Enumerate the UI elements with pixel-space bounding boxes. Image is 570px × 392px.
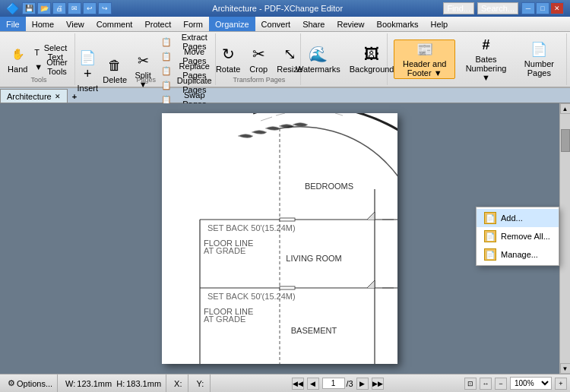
options-label[interactable]: Options... — [17, 379, 52, 388]
window-title: Architecture - PDF-XChange Editor — [112, 4, 443, 13]
svg-text:LIVING ROOM: LIVING ROOM — [286, 254, 341, 263]
menu-protect[interactable]: Protect — [138, 17, 177, 31]
print-button[interactable]: 🖨 — [52, 2, 66, 14]
menu-bookmarks[interactable]: Bookmarks — [371, 17, 425, 31]
crop-icon: ✂ — [252, 45, 265, 63]
doc-tab-architecture[interactable]: Architecture ✕ — [0, 89, 68, 103]
zoom-fit-button[interactable]: ⊡ — [464, 378, 477, 390]
menu-convert[interactable]: Convert — [255, 17, 297, 31]
main-area: BEDROOMS LIVING ROOM BASEMENT FLOOR LINE… — [0, 103, 570, 374]
svg-text:BASEMENT: BASEMENT — [291, 326, 337, 335]
titlebar-right: Find... Search... ─ □ ✕ — [443, 2, 564, 14]
hf-buttons: 📰 Header and Footer ▼ # Bates Numbering … — [394, 35, 562, 84]
next-page-button[interactable]: ▶ — [356, 378, 369, 390]
menu-comment[interactable]: Comment — [90, 17, 139, 31]
ribbon: ✋ Hand T Select Text ▼ Other Tools Tools — [0, 32, 570, 88]
menu-form[interactable]: Form — [177, 17, 209, 31]
menu-organize[interactable]: Organize — [209, 17, 255, 31]
hand-tool-button[interactable]: ✋ Hand — [5, 40, 30, 79]
last-page-button[interactable]: ▶▶ — [372, 378, 384, 390]
crop-label: Crop — [249, 65, 268, 74]
header-footer-dropdown: 📄 Add... 📄 Remove All... 📄 Manage... — [476, 207, 559, 266]
page-of-label: /3 — [347, 379, 353, 388]
ribbon-group-watermarks: 🌊 Watermarks 🖼 Background — [302, 33, 388, 85]
rotate-icon: ↻ — [222, 45, 235, 63]
menu-share[interactable]: Share — [296, 17, 331, 31]
first-page-button[interactable]: ◀◀ — [292, 378, 304, 390]
minimize-button[interactable]: ─ — [521, 2, 535, 14]
quick-access-toolbar: 💾 📂 🖨 ✉ ↩ ↪ — [22, 2, 112, 14]
width-label: W: — [65, 379, 75, 388]
view-controls: ⊡ ↔ − 100% 75% 50% 125% 150% + — [464, 377, 567, 390]
remove-all-icon: 📄 — [484, 230, 496, 242]
svg-text:AT GRADE: AT GRADE — [204, 315, 245, 324]
email-button[interactable]: ✉ — [68, 2, 81, 14]
replace-icon: 📋 — [161, 66, 172, 76]
find-bar[interactable]: Find... — [443, 2, 474, 14]
options-item: ⚙ Options... — [3, 375, 58, 392]
ribbon-group-transform: ↻ Rotate ✂ Crop ⤡ Resize Transform Pages — [217, 33, 301, 85]
watermarks-icon: 🌊 — [309, 45, 328, 63]
maximize-button[interactable]: □ — [536, 2, 549, 14]
doc-tab-label: Architecture — [7, 92, 52, 101]
bates-numbering-button[interactable]: # Bates Numbering ▼ — [457, 40, 515, 79]
split-button[interactable]: ✂ Split ▼ — [129, 51, 157, 90]
delete-button[interactable]: 🗑 Delete — [102, 51, 128, 90]
watermarks-button[interactable]: 🌊 Watermarks — [292, 40, 344, 79]
page-input[interactable] — [322, 378, 345, 389]
zoom-in-button[interactable]: + — [555, 378, 567, 390]
dropdown-remove-all-item[interactable]: 📄 Remove All... — [477, 227, 559, 245]
menu-help[interactable]: Help — [425, 17, 454, 31]
bates-label: Bates Numbering ▼ — [461, 55, 511, 82]
height-value: 183.1mm — [126, 379, 161, 388]
zoom-out-button[interactable]: − — [495, 378, 507, 390]
rotate-button[interactable]: ↻ Rotate — [212, 40, 244, 79]
delete-icon: 🗑 — [108, 58, 122, 74]
y-label: Y: — [196, 379, 204, 388]
scroll-up-button[interactable]: ▲ — [560, 103, 571, 114]
insert-label: Insert — [78, 84, 99, 93]
zoom-select[interactable]: 100% 75% 50% 125% 150% — [510, 377, 552, 390]
insert-button[interactable]: 📄+ Insert — [74, 51, 100, 90]
tool-small-buttons: T Select Text ▼ Other Tools — [31, 46, 72, 74]
prev-page-button[interactable]: ◀ — [307, 378, 319, 390]
dropdown-manage-item[interactable]: 📄 Manage... — [477, 245, 559, 264]
scroll-thumb[interactable] — [561, 129, 570, 152]
tools-group-label: Tools — [3, 76, 74, 84]
close-button[interactable]: ✕ — [550, 2, 564, 14]
header-footer-button[interactable]: 📰 Header and Footer ▼ — [394, 40, 455, 79]
window-controls: ─ □ ✕ — [521, 2, 564, 14]
other-tools-label: Other Tools — [45, 58, 69, 76]
undo-button[interactable]: ↩ — [83, 2, 97, 14]
tab-close-button[interactable]: ✕ — [55, 93, 61, 100]
search-bar[interactable]: Search... — [477, 2, 518, 14]
find-label: Find... — [447, 4, 470, 13]
vertical-scrollbar[interactable]: ▲ ▼ — [559, 103, 570, 374]
menu-home[interactable]: Home — [26, 17, 60, 31]
dimensions-item: W: 123.1mm H: 183.1mm — [61, 375, 166, 392]
titlebar: 🔷 💾 📂 🖨 ✉ ↩ ↪ Architecture - PDF-XChange… — [0, 0, 570, 17]
page-nav: ◀◀ ◀ /3 ▶ ▶▶ — [214, 378, 461, 390]
open-button[interactable]: 📂 — [37, 2, 51, 14]
zoom-width-button[interactable]: ↔ — [480, 378, 492, 390]
menu-review[interactable]: Review — [331, 17, 370, 31]
ribbon-group-pages: 📄+ Insert 🗑 Delete ✂ Split ▼ 📋 Extract P… — [77, 33, 216, 85]
dropdown-add-item[interactable]: 📄 Add... — [477, 209, 559, 227]
select-text-icon: T — [34, 48, 40, 57]
watermarks-label: Watermarks — [296, 65, 340, 74]
number-pages-button[interactable]: 📄 Number Pages — [517, 40, 562, 79]
scroll-down-button[interactable]: ▼ — [560, 363, 571, 374]
header-footer-icon: 📰 — [416, 41, 433, 58]
rotate-label: Rotate — [216, 65, 240, 74]
titlebar-left: 🔷 💾 📂 🖨 ✉ ↩ ↪ — [6, 2, 112, 14]
menubar: File Home View Comment Protect Form Orga… — [0, 17, 570, 32]
save-button[interactable]: 💾 — [22, 2, 36, 14]
redo-button[interactable]: ↪ — [98, 2, 112, 14]
x-label: X: — [174, 379, 182, 388]
menu-file[interactable]: File — [0, 17, 26, 31]
crop-button[interactable]: ✂ Crop — [245, 40, 271, 79]
other-tools-button[interactable]: ▼ Other Tools — [31, 60, 72, 74]
menu-view[interactable]: View — [60, 17, 90, 31]
header-footer-label: Header and Footer ▼ — [397, 59, 451, 77]
background-icon: 🖼 — [364, 46, 379, 63]
